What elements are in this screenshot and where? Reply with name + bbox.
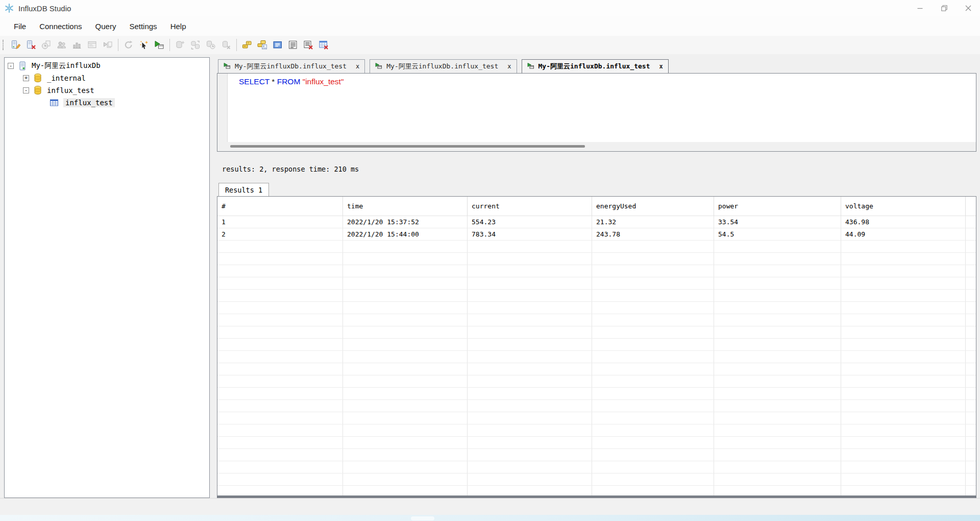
- menu-query[interactable]: Query: [89, 16, 123, 36]
- tree-node-connection[interactable]: - My-阿里云influxDb: [5, 60, 209, 72]
- tab-close-icon[interactable]: x: [507, 63, 511, 70]
- bottom-strip: [0, 515, 980, 521]
- query-wizard-button[interactable]: [136, 37, 152, 53]
- expand-icon[interactable]: +: [23, 75, 29, 81]
- console-button[interactable]: [85, 37, 100, 53]
- column-header-voltage[interactable]: voltage: [841, 197, 966, 216]
- menu-file[interactable]: File: [7, 16, 33, 36]
- column-header-index[interactable]: #: [217, 197, 343, 216]
- restore-button[interactable]: [932, 0, 956, 16]
- database-icon: [33, 85, 42, 96]
- collapse-icon[interactable]: -: [23, 87, 29, 93]
- run-query-icon: [154, 40, 164, 50]
- minimize-button[interactable]: [908, 0, 932, 16]
- column-header-filler: [966, 197, 976, 216]
- results-tab-1[interactable]: Results 1: [218, 183, 269, 196]
- sql-keyword: FROM: [277, 77, 301, 86]
- show-tag-keys-button[interactable]: [239, 37, 255, 53]
- cell-time: 2022/1/20 15:37:52: [343, 216, 468, 228]
- query-tab-2[interactable]: My-阿里云influxDb.influx_test x: [370, 59, 517, 73]
- database-icon: [33, 73, 42, 84]
- show-tag-keys-icon: [242, 40, 252, 50]
- tab-close-icon[interactable]: x: [659, 63, 663, 70]
- table-row[interactable]: 2 2022/1/20 15:44:00 783.34 243.78 54.5 …: [217, 228, 976, 241]
- drop-database-button[interactable]: [218, 37, 234, 53]
- tree-node-label: My-阿里云influxDb: [32, 61, 101, 70]
- reload-databases-icon: [190, 40, 201, 50]
- show-tag-values-icon: [257, 40, 267, 50]
- delete-connection-button[interactable]: [23, 37, 39, 53]
- cell-index: 1: [217, 216, 343, 228]
- delete-series-button[interactable]: [301, 37, 316, 53]
- run-batch-button[interactable]: [100, 37, 115, 53]
- query-panel: My-阿里云influxDb.influx_test x My-阿里云influ…: [217, 58, 976, 498]
- cell-energyused: 21.32: [592, 216, 714, 228]
- create-database-button[interactable]: [173, 37, 188, 53]
- menu-help[interactable]: Help: [164, 16, 193, 36]
- drop-measurement-button[interactable]: [316, 37, 331, 53]
- tree-node-database-influx-test[interactable]: - influx_test: [5, 84, 209, 97]
- tree-node-database-internal[interactable]: + _internal: [5, 72, 209, 84]
- column-header-time[interactable]: time: [343, 197, 468, 216]
- menu-connections[interactable]: Connections: [33, 16, 88, 36]
- table-row[interactable]: 1 2022/1/20 15:37:52 554.23 21.32 33.54 …: [217, 216, 976, 228]
- user-admin-button[interactable]: [54, 37, 69, 53]
- tree-node-label: _internal: [47, 74, 86, 82]
- retention-policies-button[interactable]: [203, 37, 218, 53]
- sql-query-text: SELECT * FROM "influx_test": [228, 74, 344, 142]
- server-stats-button[interactable]: [69, 37, 85, 53]
- create-database-icon: [175, 40, 185, 50]
- server-icon: [18, 61, 27, 71]
- collapse-icon[interactable]: -: [8, 63, 14, 69]
- query-tab-3-active[interactable]: My-阿里云influxDb.influx_test x: [522, 59, 669, 73]
- connection-history-button[interactable]: [39, 37, 54, 53]
- tree-node-measurement-influx-test[interactable]: influx_test: [5, 97, 209, 109]
- run-tab-icon: [375, 62, 382, 70]
- close-button[interactable]: [956, 0, 980, 16]
- sql-keyword: SELECT: [239, 77, 270, 86]
- tree-node-label: influx_test: [47, 86, 94, 94]
- sql-editor: SELECT * FROM "influx_test": [217, 73, 976, 152]
- column-header-power[interactable]: power: [714, 197, 841, 216]
- run-query-button[interactable]: [152, 37, 167, 53]
- cell-filler: [966, 216, 976, 228]
- tab-label: My-阿里云influxDb.influx_test: [386, 62, 498, 71]
- reload-databases-button[interactable]: [188, 37, 203, 53]
- drop-database-icon: [221, 40, 231, 50]
- run-tab-icon: [527, 62, 534, 70]
- show-series-button[interactable]: [285, 37, 301, 53]
- toolbar-grip-handle[interactable]: [3, 40, 6, 50]
- table-header-row: # time current energyUsed power voltage: [217, 197, 976, 216]
- minimize-icon: [917, 6, 923, 11]
- tree-node-label: influx_test: [63, 98, 115, 107]
- scrollbar-thumb[interactable]: [230, 145, 585, 148]
- cell-power: 54.5: [714, 228, 841, 241]
- tab-close-icon[interactable]: x: [356, 63, 359, 70]
- continuous-queries-icon: [273, 40, 283, 50]
- continuous-queries-button[interactable]: [270, 37, 285, 53]
- results-summary: results: 2, response time: 210 ms: [222, 165, 976, 173]
- menu-settings[interactable]: Settings: [122, 16, 163, 36]
- column-header-current[interactable]: current: [468, 197, 592, 216]
- editor-horizontal-scrollbar[interactable]: [217, 142, 976, 151]
- toolbar-separator: [236, 39, 237, 51]
- results-table: # time current energyUsed power voltage …: [217, 196, 976, 496]
- query-tab-1[interactable]: My-阿里云influxDb.influx_test x: [218, 59, 365, 73]
- show-tag-values-button[interactable]: [255, 37, 270, 53]
- edit-connection-button[interactable]: [8, 37, 23, 53]
- restore-icon: [941, 5, 947, 11]
- menubar: File Connections Query Settings Help: [0, 16, 980, 36]
- refresh-button[interactable]: [121, 37, 136, 53]
- cell-energyused: 243.78: [592, 228, 714, 241]
- toolbar-separator: [118, 39, 118, 51]
- connection-history-icon: [41, 40, 52, 50]
- cell-time: 2022/1/20 15:44:00: [343, 228, 468, 241]
- retention-policies-icon: [206, 40, 216, 50]
- window-title: InfluxDB Studio: [18, 4, 71, 13]
- column-header-energyused[interactable]: energyUsed: [592, 197, 714, 216]
- cell-power: 33.54: [714, 216, 841, 228]
- table-icon: [50, 99, 59, 107]
- cell-current: 783.34: [468, 228, 592, 241]
- sql-editor-text-area[interactable]: SELECT * FROM "influx_test": [217, 74, 976, 142]
- editor-gutter: [217, 74, 228, 142]
